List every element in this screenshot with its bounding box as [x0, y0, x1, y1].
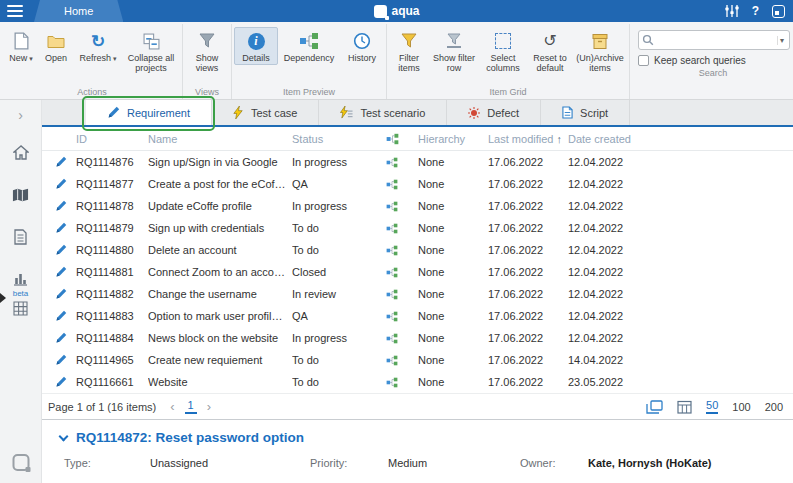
cell-last-modified: 17.06.2022: [488, 288, 568, 300]
prev-page-icon[interactable]: ‹: [170, 399, 174, 414]
history-button[interactable]: History: [340, 27, 384, 65]
table-row[interactable]: RQ1116661 Website To do None 17.06.2022 …: [42, 371, 793, 393]
select-columns-button[interactable]: Select columns: [479, 27, 527, 76]
sort-ascending-icon: ↑: [557, 133, 563, 145]
dependency-button[interactable]: Dependency: [278, 27, 340, 65]
app-window-icon[interactable]: [772, 5, 785, 18]
reset-icon: [543, 31, 556, 51]
table-row[interactable]: RQ1114965 Create new requiement To do No…: [42, 349, 793, 371]
table-row[interactable]: RQ1114880 Delete an account To do None 1…: [42, 239, 793, 261]
header-hierarchy[interactable]: Hierarchy: [418, 133, 488, 145]
cell-hierarchy: None: [418, 244, 488, 256]
projects-map-icon[interactable]: [12, 186, 29, 203]
table-row[interactable]: RQ1114883 Option to mark user profile in…: [42, 305, 793, 327]
detail-title[interactable]: RQ1114872: Reset password option: [42, 420, 793, 445]
filter-items-button[interactable]: Filter items: [389, 27, 429, 76]
home-icon[interactable]: [13, 144, 29, 161]
show-filter-row-button[interactable]: Show filter row: [429, 27, 479, 76]
keep-search-queries-checkbox[interactable]: [638, 55, 649, 66]
ribbon-group-item-preview: i Details Dependency History Item Previe…: [232, 24, 387, 99]
cell-dependency-icon: [366, 311, 418, 322]
page-size-50[interactable]: 50: [706, 399, 718, 414]
sliders-icon[interactable]: [725, 5, 739, 17]
reports-document-icon[interactable]: [14, 228, 27, 245]
sidebar-expand-icon[interactable]: [18, 108, 23, 122]
cell-id: RQ1114883: [76, 310, 148, 322]
ribbon-group-views: Show views Views: [183, 24, 232, 99]
tab-defect[interactable]: Defect: [446, 100, 540, 125]
header-status[interactable]: Status: [292, 133, 366, 145]
new-button[interactable]: New: [4, 27, 38, 65]
open-button[interactable]: Open: [38, 27, 74, 65]
cell-dependency-icon: [366, 201, 418, 212]
header-name[interactable]: Name: [148, 133, 292, 145]
hamburger-menu-icon[interactable]: [0, 0, 30, 22]
help-button[interactable]: ?: [752, 4, 759, 18]
show-views-button[interactable]: Show views: [185, 27, 229, 76]
table-row[interactable]: RQ1114878 Update eCoffe profile In progr…: [42, 195, 793, 217]
table-row[interactable]: RQ1114877 Create a post for the eCoffee …: [42, 173, 793, 195]
details-info-icon: i: [248, 31, 265, 51]
details-button[interactable]: i Details: [234, 27, 278, 65]
header-dependency-icon[interactable]: [366, 133, 418, 145]
reset-to-default-button[interactable]: Reset to default: [527, 27, 573, 76]
cell-date-created: 14.04.2022: [568, 354, 658, 366]
next-page-icon[interactable]: ›: [207, 399, 211, 414]
tab-test-scenario[interactable]: Test scenario: [318, 100, 446, 125]
cards-view-icon[interactable]: [646, 400, 663, 414]
analytics-chart-icon[interactable]: [13, 270, 28, 287]
unarchive-items-button[interactable]: (Un)Archive items: [573, 27, 627, 76]
cell-date-created: 12.04.2022: [568, 200, 658, 212]
grid-view-icon[interactable]: [677, 400, 692, 414]
defect-icon: [468, 107, 480, 119]
aqua-logo-icon: [373, 5, 386, 18]
history-clock-icon: [353, 31, 371, 51]
flyout-arrow-icon[interactable]: [0, 293, 6, 303]
detail-fields: Type: Unassigned Priority: Medium Owner:…: [42, 445, 793, 469]
cell-hierarchy: None: [418, 178, 488, 190]
app-logo: aqua: [373, 4, 419, 18]
ribbon-group-actions: New Open Refresh Collapse all projects A…: [2, 24, 183, 99]
titlebar: Home aqua ?: [0, 0, 793, 22]
table-row[interactable]: RQ1114884 News block on the website In p…: [42, 327, 793, 349]
cell-status: In progress: [292, 156, 366, 168]
cell-last-modified: 17.06.2022: [488, 156, 568, 168]
cell-name: Create new requiement: [148, 354, 292, 366]
grid-table-icon[interactable]: [13, 300, 28, 317]
header-last-modified[interactable]: Last modified ↑: [488, 133, 568, 145]
search-dropdown-icon[interactable]: ▾: [777, 36, 786, 45]
table-row[interactable]: RQ1114879 Sign up with credentials To do…: [42, 217, 793, 239]
filter-items-icon: [401, 31, 417, 51]
requirement-row-icon: [46, 310, 76, 322]
cell-date-created: 12.04.2022: [568, 310, 658, 322]
group-label-search: Search: [632, 66, 793, 80]
ribbon-group-item-grid: Filter items Show filter row Select colu…: [387, 24, 630, 99]
cell-dependency-icon: [366, 157, 418, 168]
cell-name: Website: [148, 376, 292, 388]
cell-id: RQ1114876: [76, 156, 148, 168]
cell-status: To do: [292, 354, 366, 366]
requirement-row-icon: [46, 376, 76, 388]
table-row[interactable]: RQ1114881 Connect Zoom to an account Clo…: [42, 261, 793, 283]
group-label-item-preview: Item Preview: [234, 85, 384, 99]
cell-last-modified: 17.06.2022: [488, 244, 568, 256]
tab-home[interactable]: Home: [34, 0, 123, 22]
table-row[interactable]: RQ1114882 Change the username In review …: [42, 283, 793, 305]
cell-last-modified: 17.06.2022: [488, 376, 568, 388]
cell-id: RQ1114881: [76, 266, 148, 278]
table-row[interactable]: RQ1114876 Sign up/Sign in via Google In …: [42, 151, 793, 173]
page-size-200[interactable]: 200: [765, 401, 783, 413]
page-number[interactable]: 1: [185, 399, 197, 414]
collapse-all-projects-button[interactable]: Collapse all projects: [122, 27, 180, 76]
header-id[interactable]: ID: [76, 133, 148, 145]
script-icon: [562, 106, 573, 119]
table-body: RQ1114876 Sign up/Sign in via Google In …: [42, 151, 793, 393]
refresh-button[interactable]: Refresh: [74, 27, 122, 65]
tab-script[interactable]: Script: [540, 100, 630, 125]
header-date-created[interactable]: Date created: [568, 133, 658, 145]
tab-test-case[interactable]: Test case: [211, 100, 318, 125]
tab-requirement[interactable]: Requirement: [86, 100, 211, 125]
page-size-100[interactable]: 100: [732, 401, 750, 413]
table-header: ID Name Status Hierarchy Last modified ↑…: [42, 127, 793, 151]
search-input[interactable]: [654, 35, 777, 46]
